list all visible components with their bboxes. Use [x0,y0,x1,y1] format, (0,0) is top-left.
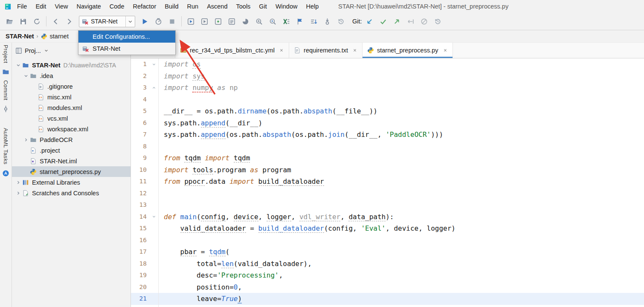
debug-dashboard-icon[interactable] [198,15,211,27]
menu-edit[interactable]: Edit [31,0,50,13]
code-line-17[interactable]: 17 pbar = tqdm( [131,246,644,258]
console-icon[interactable] [226,15,238,27]
line-number[interactable]: 6 [131,117,150,129]
line-number[interactable]: 18 [131,258,150,270]
code-line-11[interactable]: 11from ppocr.data import build_dataloade… [131,176,644,188]
fetch-icon[interactable] [321,15,334,27]
sync-icon[interactable] [31,15,43,27]
line-number[interactable]: 12 [131,188,150,200]
breadcrumb-item-starnet[interactable]: starnet [40,32,70,40]
menu-ascend[interactable]: Ascend [203,0,232,13]
tab-rec-r34-vd-tps-bilstm-ctc-yml[interactable]: YMLrec_r34_vd_tps_bilstm_ctc.yml [175,43,289,58]
tool-button-automl-tasks[interactable]: AutoML Tasks [3,128,9,165]
line-number[interactable]: 17 [131,246,150,258]
git-revert-icon[interactable] [404,15,417,27]
tab-requirements-txt[interactable]: requirements.txt [289,43,363,58]
editor[interactable]: 1import os2import sys3import numpy as np… [131,58,644,307]
code-line-18[interactable]: 18 total=len(valid_dataloader), [131,258,644,270]
automl-tool-icon[interactable] [2,169,10,177]
tab-starnet-preprocess-py[interactable]: starnet_preprocess.py [363,43,453,58]
excel-export-icon[interactable] [280,15,293,27]
code-line-4[interactable]: 4 [131,94,644,106]
tree-item-vcs-xml[interactable]: vcs.xml [12,113,131,124]
tree-item-misc-xml[interactable]: misc.xml [12,92,131,102]
menu-navigate[interactable]: Navigate [73,0,105,13]
chevron-right-icon[interactable] [15,190,22,196]
tree-item-modules-xml[interactable]: modules.xml [12,102,131,113]
git-stash-icon[interactable] [418,15,430,27]
chevron-right-icon[interactable] [15,180,22,185]
code-line-2[interactable]: 2import sys [131,70,644,82]
line-number[interactable]: 5 [131,105,150,117]
local-history-icon[interactable] [335,15,347,27]
tree-item-workspace-xml[interactable]: workspace.xml [12,124,131,134]
code-line-15[interactable]: 15 valid_dataloader = build_dataloader(c… [131,223,644,235]
git-push-icon[interactable] [391,15,403,27]
git-update-icon[interactable] [363,15,376,27]
coverage-icon[interactable] [239,15,252,27]
line-number[interactable]: 1 [131,58,150,70]
menu-tools[interactable]: Tools [232,0,255,13]
profiler-button[interactable] [152,15,165,27]
save-all-icon[interactable] [17,15,29,27]
tree-item-idea[interactable]: .idea [12,70,131,81]
chevron-down-icon[interactable] [15,62,22,68]
tree-item-starnet-preprocess-py[interactable]: starnet_preprocess.py [12,166,131,177]
line-number[interactable]: 2 [131,70,150,82]
tree-item-external-libraries[interactable]: External Libraries [12,177,131,188]
line-number[interactable]: 4 [131,94,150,106]
code-line-20[interactable]: 20 position=0, [131,281,644,293]
project-tool-icon[interactable] [2,68,10,75]
menu-git[interactable]: Git [255,0,271,13]
menu-code[interactable]: Code [105,0,129,13]
run-inspection-icon[interactable] [267,15,279,27]
fold-marker-icon[interactable] [150,211,158,223]
code-line-19[interactable]: 19 desc='Preprocessing', [131,269,644,281]
tool-button-project[interactable]: Project [3,45,9,63]
tree-item-paddleocr[interactable]: PaddleOCR [12,134,131,145]
code-line-7[interactable]: 7sys.path.append(os.path.abspath(os.path… [131,129,644,141]
line-number[interactable]: 20 [131,281,150,293]
close-tab-icon[interactable] [443,48,448,53]
chevron-down-icon[interactable] [44,48,49,53]
close-tab-icon[interactable] [279,48,284,53]
commit-tool-icon[interactable] [2,105,10,113]
tree-item-star-net[interactable]: STAR-NetD:\huawei\md2\STA [12,60,131,70]
git-commit-icon[interactable] [377,15,389,27]
forward-icon[interactable] [63,15,75,27]
code-line-16[interactable]: 16 [131,235,644,246]
menu-file[interactable]: File [13,0,31,13]
line-number[interactable]: 3 [131,82,150,94]
line-number[interactable]: 16 [131,235,150,246]
menu-help[interactable]: Help [302,0,323,13]
line-number[interactable]: 7 [131,129,150,141]
open-icon[interactable] [3,15,16,27]
config-menu-item-edit-configurations[interactable]: Edit Configurations... [78,31,175,43]
code-line-9[interactable]: 9from tqdm import tqdm [131,152,644,164]
line-number[interactable]: 10 [131,164,150,176]
menu-build[interactable]: Build [160,0,183,13]
run-dashboard-icon[interactable] [185,15,197,27]
services-icon[interactable] [212,15,224,27]
run-button[interactable] [139,15,151,27]
back-icon[interactable] [49,15,62,27]
sort-lines-icon[interactable] [307,15,320,27]
code-line-13[interactable]: 13 [131,199,644,211]
line-number[interactable]: 19 [131,269,150,281]
bookmark-icon[interactable] [294,15,306,27]
line-number[interactable]: 21 [131,293,150,305]
code-line-14[interactable]: 14def main(config, device, logger, vdl_w… [131,211,644,223]
line-number[interactable]: 14 [131,211,150,223]
code-line-21[interactable]: 21 leave=True) [131,293,644,305]
close-tab-icon[interactable] [352,48,357,53]
chevron-right-icon[interactable] [22,137,29,143]
project-panel-title[interactable]: Proj... [25,47,41,54]
menu-refactor[interactable]: Refactor [128,0,160,13]
line-number[interactable]: 13 [131,199,150,211]
code-line-1[interactable]: 1import os [131,58,644,70]
code-line-8[interactable]: 8 [131,141,644,153]
tree-item-project[interactable]: .project [12,145,131,156]
code-line-5[interactable]: 5__dir__ = os.path.dirname(os.path.abspa… [131,105,644,117]
line-number[interactable]: 9 [131,152,150,164]
fold-marker-icon[interactable] [150,82,158,94]
